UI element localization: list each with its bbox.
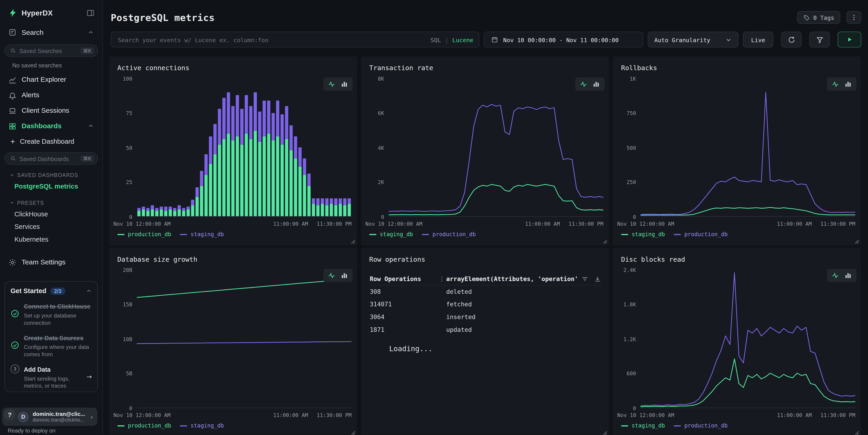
sql-mode-toggle[interactable]: SQL	[431, 36, 441, 43]
resize-handle[interactable]	[351, 240, 355, 244]
lucene-mode-toggle[interactable]: Lucene	[452, 36, 473, 43]
sidebar-dashboard-postgresql[interactable]: PostgreSQL metrics	[0, 180, 102, 193]
chart-database-size-growth[interactable]: 05B10B15B20B Nov 10 12:00:00 AM11:00:00 …	[114, 270, 352, 433]
search-input[interactable]	[111, 31, 479, 47]
bar-chart-icon[interactable]	[341, 271, 348, 279]
line-chart-icon[interactable]	[328, 80, 336, 88]
sidebar-collapse-icon[interactable]	[86, 9, 95, 17]
legend-item[interactable]: staging_db	[180, 423, 224, 429]
line-chart-icon[interactable]	[328, 271, 336, 279]
legend-item[interactable]: production_db	[117, 231, 171, 237]
table-row[interactable]: 308 deleted	[370, 286, 601, 298]
column-resize-grip[interactable]: ⋮	[437, 275, 446, 282]
dashboard-menu-button[interactable]	[846, 11, 861, 24]
sidebar-item-alerts[interactable]: Alerts	[0, 88, 102, 103]
filter-button[interactable]	[809, 31, 830, 47]
sidebar-preset-clickhouse[interactable]: ClickHouse	[0, 207, 102, 220]
live-button[interactable]: Live	[743, 31, 773, 47]
resize-handle[interactable]	[855, 431, 859, 435]
sidebar-item-team-settings[interactable]: Team Settings	[0, 255, 102, 270]
sidebar-section-search[interactable]: Search	[0, 24, 102, 40]
legend-item[interactable]: staging_db	[621, 231, 665, 237]
resize-handle[interactable]	[603, 431, 607, 435]
run-query-button[interactable]	[837, 31, 861, 47]
chart-type-toggle[interactable]	[323, 269, 352, 282]
legend-item[interactable]: staging_db	[180, 231, 224, 237]
refresh-button[interactable]	[781, 31, 802, 47]
saved-searches-input[interactable]: Saved Searches ⌘K	[4, 44, 98, 57]
chart-canvas[interactable]	[641, 270, 855, 408]
line-chart-icon[interactable]	[832, 271, 839, 279]
chart-type-toggle[interactable]	[827, 269, 857, 282]
legend-item[interactable]: staging_db	[621, 423, 665, 429]
time-range-picker[interactable]: Nov 10 00:00:00 - Nov 11 00:00:00	[484, 31, 643, 47]
legend-item[interactable]: production_db	[674, 423, 727, 429]
y-axis: 02505007501K	[617, 78, 636, 217]
resize-handle[interactable]	[855, 240, 859, 244]
filter-rows-icon[interactable]	[581, 275, 589, 282]
line-chart-icon[interactable]	[580, 80, 587, 88]
x-axis-tick: 11:30:00 PM	[820, 412, 855, 418]
chevron-up-icon[interactable]	[88, 123, 94, 129]
table-row[interactable]: 3064 inserted	[370, 311, 601, 324]
legend-item[interactable]: staging_db	[369, 231, 413, 237]
chart-disc-blocks-read[interactable]: 06001.2K1.8K2.4K Nov 10 12:00:00 AM11:00…	[617, 270, 857, 433]
panel-title: Active connections	[117, 64, 189, 72]
saved-dashboards-section-header[interactable]: SAVED DASHBOARDS	[9, 172, 102, 178]
bar-chart-icon[interactable]	[844, 271, 852, 279]
column-header-operation[interactable]: arrayElement(Attributes, 'operation')	[446, 275, 577, 282]
bar-chart-icon[interactable]	[592, 80, 600, 88]
column-header-count[interactable]: Row Operations	[370, 275, 437, 282]
get-started-step-connect[interactable]: Connect to ClickHouse Set up your databa…	[10, 301, 92, 326]
chevron-up-icon[interactable]	[86, 288, 92, 294]
legend-item[interactable]: production_db	[117, 423, 171, 429]
legend-item[interactable]: production_db	[674, 231, 727, 237]
plot-area[interactable]	[389, 78, 603, 217]
sidebar-preset-services[interactable]: Services	[0, 220, 102, 233]
y-axis-tick: 0	[381, 214, 384, 219]
sidebar-search-label: Search	[22, 29, 43, 36]
tags-button[interactable]: 0 Tags	[797, 11, 840, 24]
get-started-step-add-data[interactable]: 3 Add Data Start sending logs, metrics, …	[10, 364, 92, 390]
presets-section-header[interactable]: PRESETS	[9, 200, 102, 206]
table-row[interactable]: 314071 fetched	[370, 298, 601, 311]
chart-type-toggle[interactable]	[827, 77, 857, 91]
saved-dashboards-input[interactable]: Saved Dashboards ⌘K	[4, 152, 98, 165]
bar-chart-icon[interactable]	[844, 80, 852, 88]
table-row[interactable]: 1871 updated	[370, 324, 601, 336]
sidebar-item-chart-explorer[interactable]: Chart Explorer	[0, 72, 102, 88]
legend-item[interactable]: production_db	[422, 231, 476, 237]
legend-label: production_db	[432, 231, 476, 237]
user-menu[interactable]: D dominic.tran@clic... dominic.tran@clic…	[2, 408, 98, 426]
download-icon[interactable]	[594, 275, 601, 282]
create-dashboard-button[interactable]: Create Dashboard	[0, 134, 102, 148]
chart-canvas[interactable]	[641, 78, 855, 216]
panel-row-operations: Row operations Row Operations ⋮ arrayEle…	[361, 248, 609, 435]
resize-handle[interactable]	[603, 240, 607, 244]
plot-area[interactable]	[137, 270, 351, 408]
chart-transaction-rate[interactable]: 02K4K6K8K Nov 10 12:00:00 AM11:00:00 AM1…	[365, 78, 604, 241]
get-started-step-sources[interactable]: Create Data Sources Configure where your…	[10, 333, 92, 358]
resize-handle[interactable]	[351, 431, 355, 435]
sidebar-item-client-sessions[interactable]: Client Sessions	[0, 103, 102, 119]
chevron-up-icon[interactable]	[88, 29, 94, 36]
plot-area[interactable]	[641, 270, 855, 408]
search-icon	[10, 155, 16, 162]
help-button[interactable]: ?	[4, 409, 16, 421]
chart-type-toggle[interactable]	[323, 77, 352, 91]
chart-type-toggle[interactable]	[575, 77, 604, 91]
chart-canvas[interactable]	[389, 78, 603, 216]
line-chart-icon[interactable]	[832, 80, 839, 88]
granularity-select[interactable]: Auto Granularity	[648, 31, 738, 47]
chart-canvas[interactable]	[137, 78, 351, 216]
plot-area[interactable]	[137, 78, 351, 217]
sidebar-item-dashboards[interactable]: Dashboards	[0, 119, 102, 134]
x-axis-tick: Nov 10 12:00:00 AM	[617, 412, 674, 418]
chart-active-connections[interactable]: 0255075100 Nov 10 12:00:00 AM11:00:00 AM…	[114, 78, 352, 241]
plot-area[interactable]	[641, 78, 855, 217]
sidebar-preset-kubernetes[interactable]: Kubernetes	[0, 233, 102, 245]
chart-rollbacks[interactable]: 02505007501K Nov 10 12:00:00 AM11:00:00 …	[617, 78, 857, 241]
arrow-right-icon[interactable]: →	[86, 373, 92, 380]
bar-chart-icon[interactable]	[341, 80, 348, 88]
chart-canvas[interactable]	[137, 270, 351, 408]
